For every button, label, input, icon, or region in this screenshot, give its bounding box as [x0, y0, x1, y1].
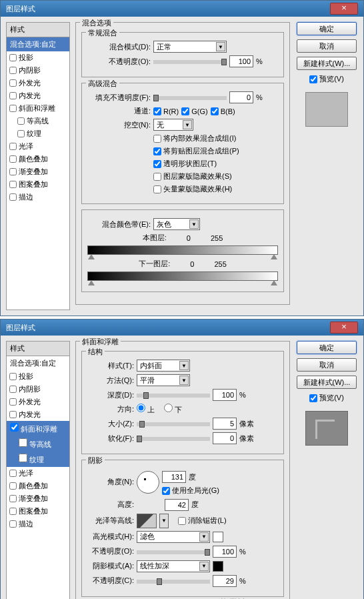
- knockout-select[interactable]: 无▼: [153, 119, 193, 131]
- close-button[interactable]: ×: [330, 322, 358, 334]
- fill-slider[interactable]: [153, 96, 227, 100]
- size-input[interactable]: 5: [213, 418, 237, 430]
- sidebar-item-color-overlay[interactable]: 颜色叠加: [7, 153, 69, 165]
- opacity-input[interactable]: 100: [229, 55, 253, 67]
- channel-r[interactable]: R(R): [153, 107, 179, 115]
- sidebar-item-texture[interactable]: 纹理: [7, 452, 69, 467]
- highlight-mode-select[interactable]: 滤色▼: [137, 531, 210, 543]
- soften-input[interactable]: 0: [213, 432, 237, 444]
- soften-slider[interactable]: [137, 437, 210, 441]
- opacity-slider[interactable]: [153, 60, 227, 64]
- ok-button[interactable]: 确定: [297, 341, 357, 354]
- blend-mode-select[interactable]: 正常▼: [153, 41, 227, 53]
- checkbox[interactable]: [9, 54, 17, 61]
- shadow-mode-select[interactable]: 线性加深▼: [137, 560, 210, 572]
- sidebar-item-stroke[interactable]: 描边: [7, 518, 69, 530]
- sidebar-item-contour[interactable]: 等高线: [7, 115, 69, 127]
- depth-input[interactable]: 100: [213, 389, 237, 401]
- ok-button[interactable]: 确定: [297, 22, 357, 35]
- size-slider[interactable]: [137, 422, 210, 426]
- sidebar-item-color-overlay[interactable]: 颜色叠加: [7, 480, 69, 492]
- fill-input[interactable]: 0: [229, 91, 253, 103]
- highlight-color-swatch[interactable]: [213, 532, 223, 542]
- checkbox[interactable]: [9, 168, 17, 175]
- sidebar-item-gradient-overlay[interactable]: 渐变叠加: [7, 165, 69, 178]
- channel-b[interactable]: B(B): [211, 107, 235, 115]
- altitude-input[interactable]: 42: [165, 499, 189, 511]
- checkbox[interactable]: [9, 105, 17, 112]
- sidebar-header[interactable]: 样式: [7, 342, 69, 356]
- sidebar-item-inner-glow[interactable]: 内发光: [7, 408, 69, 421]
- checkbox[interactable]: [9, 181, 17, 188]
- preview-checkbox[interactable]: 预览(V): [309, 393, 344, 403]
- depth-slider[interactable]: [137, 394, 210, 398]
- checkbox[interactable]: [17, 130, 25, 137]
- opt-vector-mask-hides[interactable]: 矢量蒙版隐藏效果(H): [153, 184, 232, 194]
- cancel-button[interactable]: 取消: [297, 358, 357, 372]
- new-style-button[interactable]: 新建样式(W)...: [297, 376, 357, 389]
- channel-g[interactable]: G(G): [181, 107, 207, 115]
- sidebar-item-satin[interactable]: 光泽: [7, 140, 69, 153]
- sidebar-item-outer-glow[interactable]: 外发光: [7, 77, 69, 89]
- sidebar-item-inner-glow[interactable]: 内发光: [7, 89, 69, 102]
- blendif-select[interactable]: 灰色▼: [153, 218, 200, 230]
- this-layer-label: 本图层:: [143, 233, 167, 243]
- chevron-down-icon[interactable]: ▼: [159, 514, 169, 528]
- checkbox[interactable]: [9, 155, 17, 163]
- sidebar-blend-options[interactable]: 混合选项:自定: [7, 37, 69, 51]
- style-select[interactable]: 内斜面▼: [137, 360, 190, 372]
- checkbox[interactable]: [9, 193, 17, 201]
- opt-layer-mask-hides[interactable]: 图层蒙版隐藏效果(S): [153, 171, 232, 181]
- checkbox[interactable]: [9, 79, 17, 87]
- sidebar-item-drop-shadow[interactable]: 投影: [7, 51, 69, 64]
- gloss-contour-picker[interactable]: [137, 514, 157, 528]
- checkbox[interactable]: [9, 92, 17, 99]
- sidebar-item-inner-shadow[interactable]: 内阴影: [7, 383, 69, 396]
- cancel-button[interactable]: 取消: [297, 39, 357, 53]
- antialias-checkbox[interactable]: 消除锯齿(L): [178, 516, 226, 526]
- sidebar-item-drop-shadow[interactable]: 投影: [7, 370, 69, 383]
- size-label: 大小(Z):: [87, 419, 134, 429]
- sidebar-item-stroke[interactable]: 描边: [7, 191, 69, 203]
- sidebar-item-bevel[interactable]: 斜面和浮雕: [7, 102, 69, 115]
- opt-transparency-shapes[interactable]: 透明形状图层(T): [153, 159, 217, 169]
- right-panel: 确定 取消 新建样式(W)... 预览(V): [295, 22, 358, 310]
- checkbox[interactable]: [17, 117, 25, 125]
- sidebar-item-texture[interactable]: 纹理: [7, 127, 69, 140]
- shadow-opacity-slider[interactable]: [137, 580, 210, 584]
- sidebar-item-inner-shadow[interactable]: 内阴影: [7, 64, 69, 77]
- titlebar[interactable]: 图层样式 ×: [1, 1, 363, 17]
- global-light-checkbox[interactable]: 使用全局光(G): [162, 486, 219, 496]
- sidebar-item-bevel-active[interactable]: 斜面和浮雕: [7, 421, 69, 436]
- styles-sidebar: 样式 混合选项:自定 投影 内阴影 外发光 内发光 斜面和浮雕 等高线 纹理 光…: [6, 341, 70, 599]
- titlebar[interactable]: 图层样式 ×: [1, 320, 363, 336]
- close-button[interactable]: ×: [330, 3, 358, 15]
- sidebar-item-outer-glow[interactable]: 外发光: [7, 396, 69, 408]
- highlight-opacity-slider[interactable]: [137, 550, 210, 554]
- sidebar-item-contour[interactable]: 等高线: [7, 436, 69, 452]
- sidebar-item-pattern-overlay[interactable]: 图案叠加: [7, 178, 69, 191]
- sidebar-blend-options[interactable]: 混合选项:自定: [7, 356, 69, 370]
- direction-down[interactable]: 下: [164, 404, 182, 415]
- angle-input[interactable]: 131: [162, 471, 186, 483]
- checkbox[interactable]: [9, 143, 17, 150]
- angle-dial[interactable]: [137, 471, 159, 494]
- sidebar-header[interactable]: 样式: [7, 23, 69, 37]
- opt-blend-clipped[interactable]: 将剪贴图层混合成组(P): [153, 146, 239, 156]
- new-style-button[interactable]: 新建样式(W)...: [297, 57, 357, 70]
- blend-mode-label: 混合模式(D):: [87, 42, 151, 52]
- sidebar-item-satin[interactable]: 光泽: [7, 467, 69, 480]
- sidebar-item-pattern-overlay[interactable]: 图案叠加: [7, 505, 69, 518]
- technique-select[interactable]: 平滑▼: [137, 374, 190, 386]
- preview-checkbox[interactable]: 预览(V): [309, 74, 344, 84]
- checkbox[interactable]: [9, 67, 17, 74]
- this-layer-gradient[interactable]: [87, 245, 278, 255]
- under-layer-gradient[interactable]: [87, 271, 278, 281]
- opt-blend-interior[interactable]: 将内部效果混合成组(I): [153, 133, 236, 143]
- shadow-color-swatch[interactable]: [213, 561, 223, 572]
- direction-up[interactable]: 上: [137, 404, 155, 415]
- sidebar-item-gradient-overlay[interactable]: 渐变叠加: [7, 492, 69, 505]
- styles-sidebar: 样式 混合选项:自定 投影 内阴影 外发光 内发光 斜面和浮雕 等高线 纹理 光…: [6, 22, 70, 310]
- shadow-opacity-input[interactable]: 29: [213, 575, 237, 587]
- highlight-opacity-input[interactable]: 100: [213, 546, 237, 558]
